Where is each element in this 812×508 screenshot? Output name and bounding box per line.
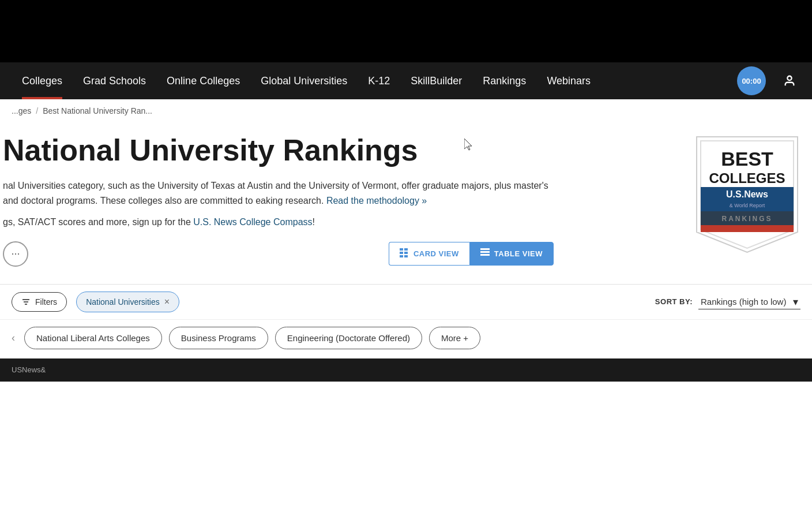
sub-filter-business[interactable]: Business Programs (169, 327, 268, 349)
content-left-column: National University Rankings nal Univers… (12, 134, 565, 272)
compass-link[interactable]: U.S. News College Compass (193, 217, 312, 227)
table-view-icon (480, 248, 490, 259)
svg-text:COLLEGES: COLLEGES (709, 170, 785, 186)
svg-rect-8 (404, 255, 408, 257)
svg-point-2 (787, 76, 791, 80)
svg-rect-10 (480, 251, 490, 253)
best-colleges-badge-container: BEST COLLEGES U.S.News & World Report RA… (694, 134, 800, 255)
svg-rect-7 (400, 255, 403, 257)
methodology-link[interactable]: Read the methodology » (326, 196, 427, 206)
card-view-button[interactable]: CARD VIEW (389, 242, 469, 266)
svg-text:RANKINGS: RANKINGS (721, 215, 772, 223)
card-view-icon (400, 248, 409, 259)
svg-rect-6 (404, 252, 408, 254)
content-header: National University Rankings nal Univers… (12, 134, 800, 272)
filter-bar: Filters National Universities × SORT BY:… (0, 284, 812, 319)
sort-label: SORT BY: (655, 297, 693, 306)
nav-item-webinars[interactable]: Webinars (536, 62, 601, 99)
nav-item-global-universities[interactable]: Global Universities (250, 62, 358, 99)
main-navigation: Colleges Grad Schools Online Colleges Gl… (0, 62, 812, 99)
sub-filter-row: ‹ National Liberal Arts Colleges Busines… (0, 319, 812, 358)
nav-item-skillbuilder[interactable]: SkillBuilder (400, 62, 472, 99)
more-options-button[interactable]: ··· (3, 241, 28, 267)
nav-item-colleges[interactable]: Colleges (12, 62, 73, 99)
svg-rect-3 (400, 248, 403, 251)
page-description: nal Universities category, such as the U… (3, 178, 565, 208)
breadcrumb-home-link[interactable]: ...ges (12, 106, 31, 115)
table-view-button[interactable]: TABLE VIEW (469, 242, 554, 266)
svg-text:U.S.News: U.S.News (726, 189, 768, 199)
page-title: National University Rankings (3, 134, 565, 167)
ellipsis-icon: ··· (11, 248, 20, 260)
active-filter-chip[interactable]: National Universities × (76, 292, 179, 312)
svg-rect-5 (400, 252, 403, 254)
filters-label: Filters (35, 297, 57, 307)
breadcrumb-separator: / (36, 106, 38, 115)
sort-section: SORT BY: Rankings (high to low) ▾ (655, 294, 800, 309)
sort-select-dropdown[interactable]: Rankings (high to low) (698, 294, 800, 309)
nav-item-rankings[interactable]: Rankings (472, 62, 536, 99)
sub-filter-more[interactable]: More + (429, 327, 480, 349)
bottom-bar: USNews& (0, 358, 812, 382)
sub-filter-liberal-arts[interactable]: National Liberal Arts Colleges (24, 327, 162, 349)
breadcrumb: ...ges / Best National University Ran... (0, 99, 812, 122)
breadcrumb-current: Best National University Ran... (43, 106, 152, 115)
svg-text:BEST: BEST (721, 148, 773, 170)
sub-filter-engineering[interactable]: Engineering (Doctorate Offered) (275, 327, 422, 349)
nav-item-online-colleges[interactable]: Online Colleges (156, 62, 250, 99)
timer-badge: 00:00 (737, 66, 766, 95)
sub-description: gs, SAT/ACT scores and more, sign up for… (3, 215, 565, 230)
svg-rect-4 (404, 248, 408, 251)
svg-rect-11 (480, 254, 490, 256)
nav-item-grad-schools[interactable]: Grad Schools (73, 62, 156, 99)
sub-filter-left-arrow[interactable]: ‹ (12, 332, 15, 344)
sort-wrapper: Rankings (high to low) ▾ (698, 294, 800, 309)
svg-rect-9 (480, 248, 490, 250)
svg-rect-19 (701, 225, 794, 232)
top-advertisement-bar (0, 0, 812, 62)
active-filter-label: National Universities (86, 297, 160, 307)
user-account-button[interactable] (779, 70, 800, 92)
main-content-area: National University Rankings nal Univers… (0, 122, 812, 272)
nav-items-list: Colleges Grad Schools Online Colleges Gl… (12, 62, 747, 99)
remove-filter-icon[interactable]: × (164, 297, 170, 307)
filters-row: ··· CARD VIEW (3, 241, 565, 267)
view-toggle-group: CARD VIEW TABLE VIEW (389, 242, 554, 266)
best-colleges-badge: BEST COLLEGES U.S.News & World Report RA… (694, 134, 800, 255)
svg-text:& World Report: & World Report (730, 203, 765, 208)
all-filters-button[interactable]: Filters (12, 292, 67, 312)
nav-item-k12[interactable]: K-12 (358, 62, 400, 99)
bottom-bar-text: USNews& (12, 365, 46, 374)
